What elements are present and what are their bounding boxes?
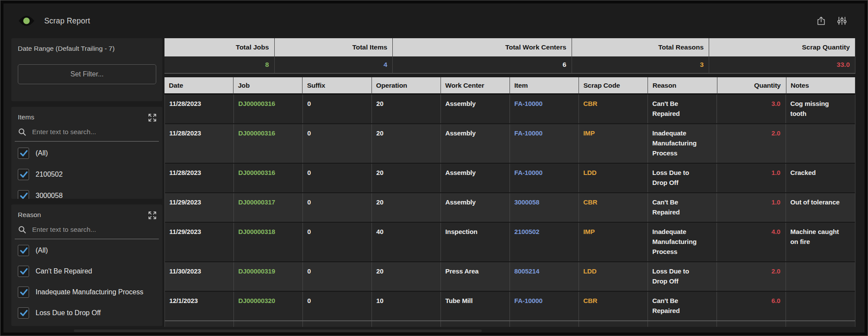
cell-suffix: 0 [303, 124, 372, 163]
cell-item-link[interactable]: 3000058 [510, 193, 579, 222]
column-header[interactable]: Suffix [302, 77, 372, 95]
column-header[interactable]: Item [510, 77, 579, 95]
cell-reason: Can't Be Repaired [648, 193, 717, 222]
cell-job-link[interactable]: DJ00000316 [234, 164, 303, 192]
export-icon[interactable] [816, 16, 826, 26]
checkbox-label: Loss Due to Drop Off [36, 309, 101, 317]
page-title: Scrap Report [44, 16, 90, 26]
items-filter-title: Items [18, 113, 34, 121]
checkbox[interactable] [18, 169, 29, 180]
table-row[interactable]: 11/28/2023 DJ00000316 0 20 Assembly FA-1… [165, 163, 855, 192]
cell-date: 11/29/2023 [165, 193, 234, 222]
summary-header-cell: Total Work Centers [393, 38, 572, 56]
table-row[interactable]: 11/28/2023 DJ00000316 0 20 Assembly FA-1… [165, 123, 855, 163]
cell-suffix: 0 [303, 164, 372, 192]
column-header[interactable]: Job [233, 77, 302, 95]
cell-scrap-code: IMP [579, 124, 648, 163]
cell-job-link[interactable]: DJ00000316 [234, 95, 303, 123]
cell-work-center: Assembly [441, 164, 510, 192]
cell-item-link[interactable]: FA-10000 [510, 164, 579, 192]
summary-value-row: 8 4 6 3 33.0 [164, 56, 855, 73]
cell-job-link[interactable]: DJ00000320 [234, 292, 303, 320]
items-filter-option[interactable]: 3000058 [11, 185, 162, 199]
reason-filter-option[interactable]: Can't Be Repaired [11, 261, 162, 282]
table-row[interactable]: 12/1/2023 DJ00000320 0 10 Tube Mill FA-1… [165, 291, 855, 320]
checkbox[interactable] [18, 266, 29, 277]
search-icon [18, 128, 26, 136]
scrap-table: Date Job Suffix Operation Work Center It… [164, 77, 855, 327]
reason-checkbox-list: (All) Can't Be Repaired [11, 239, 162, 323]
checkbox-label: Inadequate Manufacturing Process [36, 288, 143, 296]
items-filter-option[interactable]: 2100502 [11, 164, 162, 185]
cell-operation: 20 [372, 193, 441, 222]
table-row[interactable]: 11/30/2023 DJ00000319 0 20 Press Area 80… [165, 261, 855, 291]
search-icon [18, 225, 26, 234]
cell-job-link[interactable]: DJ00000317 [234, 193, 303, 222]
reason-filter-option[interactable]: Loss Due to Drop Off [11, 303, 162, 323]
set-filter-button[interactable]: Set Filter... [18, 64, 156, 84]
items-filter-option[interactable]: (All) [11, 142, 162, 164]
summary-value-cell: 4 [275, 56, 393, 73]
cell-item-link[interactable]: FA-10000 [510, 95, 579, 123]
reason-filter-option[interactable]: (All) [11, 240, 162, 261]
cell-item-link[interactable]: 8005214 [510, 262, 579, 291]
filter-sliders-icon[interactable] [837, 16, 847, 26]
cell-quantity: 2.0 [717, 262, 786, 291]
expand-icon[interactable] [148, 114, 156, 122]
table-row[interactable]: 11/28/2023 DJ00000316 0 20 Assembly FA-1… [165, 95, 855, 123]
checkbox[interactable] [18, 287, 29, 298]
check-icon [19, 148, 29, 158]
summary-value-cell: 8 [164, 56, 275, 73]
cell-suffix: 0 [303, 193, 372, 222]
checkbox-label: Can't Be Repaired [36, 267, 92, 275]
check-icon [19, 308, 29, 318]
reason-filter-option[interactable]: Inadequate Manufacturing Process [11, 282, 162, 303]
cell-job-link[interactable]: DJ00000319 [234, 262, 303, 291]
table-row[interactable]: 11/29/2023 DJ00000318 0 40 Inspection 21… [165, 222, 855, 261]
checkbox[interactable] [18, 148, 29, 159]
column-header[interactable]: Operation [372, 77, 441, 95]
column-header[interactable]: Work Center [441, 77, 510, 95]
summary-value-cell: 6 [393, 56, 572, 73]
cell-notes: Cracked [786, 164, 855, 192]
horizontal-scrollbar[interactable] [74, 329, 482, 332]
cell-notes: Out of tolerance [786, 193, 855, 222]
cell-notes [786, 292, 855, 320]
table-row[interactable]: 11/29/2023 DJ00000317 0 20 Assembly 3000… [165, 192, 855, 222]
cell-item-link[interactable]: 2100502 [510, 223, 579, 261]
summary-header-cell: Total Reasons [572, 38, 710, 56]
cell-job-link[interactable]: DJ00000318 [234, 223, 303, 261]
cell-item-link[interactable]: FA-10000 [510, 292, 579, 320]
items-search-input[interactable] [32, 128, 156, 136]
cell-notes [786, 262, 855, 291]
checkbox[interactable] [18, 245, 29, 256]
cell-notes: Cog missing tooth [786, 95, 855, 123]
checkbox-label: 3000058 [36, 192, 62, 199]
column-header[interactable]: Quantity [717, 77, 786, 95]
cell-operation: 20 [372, 262, 441, 291]
cell-operation: 10 [372, 292, 441, 320]
checkbox[interactable] [18, 307, 29, 319]
cell-job-link[interactable]: DJ00000316 [234, 124, 303, 163]
cell-date: 12/1/2023 [165, 292, 234, 320]
cell-work-center: Tube Mill [441, 292, 510, 320]
reason-filter-title: Reason [18, 211, 41, 219]
cell-scrap-code: IMP [579, 223, 648, 261]
cell-reason: Can't Be Repaired [648, 292, 717, 320]
reason-filter-panel: Reason [11, 204, 162, 326]
reason-search-input[interactable] [32, 226, 156, 234]
expand-icon[interactable] [148, 211, 156, 219]
check-icon [19, 267, 29, 276]
checkbox[interactable] [18, 190, 29, 199]
cell-date: 11/28/2023 [165, 124, 234, 163]
cell-operation: 40 [372, 223, 441, 261]
date-range-panel: Date Range (Default Trailing - 7) Set Fi… [11, 38, 162, 101]
cell-quantity: 4.0 [717, 223, 786, 261]
column-header[interactable]: Scrap Code [579, 77, 648, 95]
column-header[interactable]: Reason [648, 77, 717, 95]
cell-item-link[interactable]: FA-10000 [510, 124, 579, 163]
cell-reason: Inadequate Manufacturing Process [648, 124, 717, 163]
column-header[interactable]: Date [164, 77, 233, 95]
cell-scrap-code: CBR [579, 95, 648, 123]
column-header[interactable]: Notes [786, 77, 855, 95]
